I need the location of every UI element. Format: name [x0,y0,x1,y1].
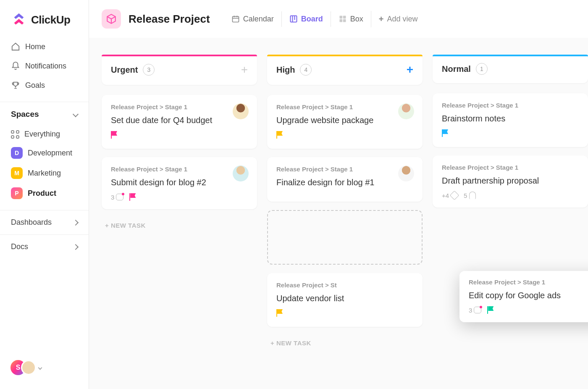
comments-count[interactable]: 3 [469,307,481,314]
view-box[interactable]: Box [331,11,371,27]
svg-rect-5 [343,19,346,22]
count-badge: 3 [143,64,155,76]
new-task-button[interactable]: + NEW TASK [267,335,423,351]
sidebar: ClickUp Home Notifications Goals Spaces [0,0,89,389]
nav-docs[interactable]: Docs [0,234,89,259]
task-card[interactable]: Release Project > Stage 1 Draft partners… [433,155,588,208]
nav-home[interactable]: Home [6,37,83,56]
assignee-avatar[interactable] [398,103,414,119]
bell-icon [11,61,20,71]
chevron-right-icon [73,219,79,225]
svg-rect-4 [339,19,342,22]
task-card[interactable]: Release Project > Stage 1 Finalize desig… [267,157,423,202]
tag-icon [450,191,459,200]
tags-count[interactable]: +4 [442,192,458,199]
add-view[interactable]: + Add view [371,11,425,27]
svg-rect-3 [343,16,346,19]
space-product[interactable]: P Product [6,183,83,203]
task-card[interactable]: Release Project > St Update vendor list [267,273,423,327]
task-title: Submit design for blog #2 [111,177,248,188]
breadcrumb: Release Project > Stage 1 [442,102,579,109]
priority-flag-icon[interactable] [276,309,284,317]
assignee-avatar[interactable] [398,166,414,181]
space-everything[interactable]: Everything [6,126,83,143]
svg-rect-2 [339,16,342,19]
task-card[interactable]: Release Project > Stage 1 Submit design … [102,157,257,209]
breadcrumb: Release Project > Stage 1 [111,103,248,110]
avatar-pair: S [9,359,36,376]
task-card[interactable]: Release Project > Stage 1 Set due date f… [102,95,257,149]
space-development[interactable]: D Development [6,143,83,163]
view-board[interactable]: Board [281,11,331,27]
board: Urgent 3 + Release Project > Stage 1 Set… [89,38,588,389]
priority-flag-icon[interactable] [487,306,495,314]
column-header: Urgent 3 + [102,55,257,85]
column-header: Normal 1 [433,55,588,83]
add-card-button[interactable]: + [241,63,248,76]
task-title: Finalize design for blog #1 [276,177,413,188]
page-title: Release Project [129,13,210,26]
space-marketing[interactable]: M Marketing [6,163,83,183]
dragging-card[interactable]: Release Project > Stage 1 Edit copy for … [459,271,588,322]
nav-notifications[interactable]: Notifications [6,56,83,76]
space-badge: P [11,187,23,199]
column-title: High [276,65,295,75]
svg-rect-0 [232,16,239,22]
task-title: Update vendor list [276,293,413,304]
priority-flag-icon[interactable] [442,129,449,137]
assignee-avatar[interactable] [233,166,249,181]
nav-label: Home [25,42,45,51]
nav-label: Goals [25,81,45,90]
column-urgent: Urgent 3 + Release Project > Stage 1 Set… [102,55,257,389]
priority-flag-icon[interactable] [276,131,284,139]
task-title: Draft partnership proposal [442,175,579,187]
spaces-list: Everything D Development M Marketing P P… [0,124,89,210]
space-label: Everything [24,130,60,139]
topbar: Release Project Calendar Board Box + Add… [89,0,588,38]
attachments-count[interactable]: 5 [464,192,476,199]
clickup-logo-icon [11,12,27,28]
breadcrumb: Release Project > Stage 1 [442,164,579,171]
view-label: Board [301,15,323,24]
spaces-label: Spaces [11,110,39,119]
space-chip[interactable] [102,9,121,29]
paperclip-icon [469,192,476,199]
chat-icon [116,194,123,200]
drop-target[interactable] [267,210,423,265]
comments-count[interactable]: 3 [111,194,123,201]
grid-icon [11,130,19,139]
priority-flag-icon[interactable] [111,131,118,139]
nav-goals[interactable]: Goals [6,76,83,95]
breadcrumb: Release Project > Stage 1 [469,279,588,286]
chevron-right-icon [73,244,79,250]
space-badge: D [11,147,23,159]
breadcrumb: Release Project > Stage 1 [111,166,248,173]
space-label: Product [28,189,56,198]
home-icon [11,42,20,51]
task-card[interactable]: Release Project > Stage 1 Upgrade websit… [267,95,423,149]
nav-dashboards[interactable]: Dashboards [0,210,89,234]
grid-icon [339,15,347,23]
task-card[interactable]: Release Project > Stage 1 Brainstorm not… [433,93,588,147]
box-icon [106,13,117,24]
svg-rect-1 [290,16,297,22]
new-task-button[interactable]: + NEW TASK [102,218,257,233]
task-title: Set due date for Q4 budget [111,115,248,126]
column-title: Normal [442,64,471,74]
count-badge: 4 [300,64,312,76]
spaces-header[interactable]: Spaces [0,102,89,124]
logo[interactable]: ClickUp [0,0,89,37]
priority-flag-icon[interactable] [129,193,137,201]
chat-icon [474,307,481,313]
section-label: Docs [11,242,28,251]
assignee-avatar[interactable] [233,103,249,119]
space-badge: M [11,167,23,179]
chevron-down-icon [38,365,42,370]
add-card-button[interactable]: + [407,63,413,76]
column-header: High 4 + [267,55,423,85]
secondary-sections: Dashboards Docs [0,210,89,259]
view-tabs: Calendar Board Box + Add view [224,11,425,27]
count-badge: 1 [476,63,488,75]
view-calendar[interactable]: Calendar [224,11,281,27]
user-switcher[interactable]: S [0,350,89,389]
